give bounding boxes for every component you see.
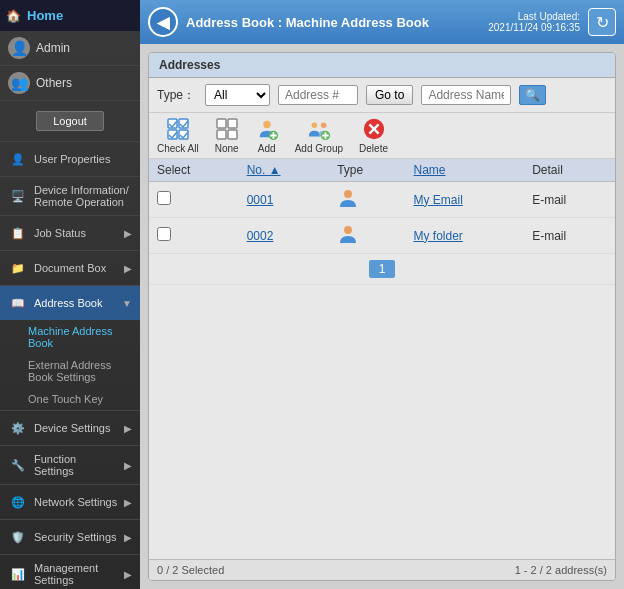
logout-button[interactable]: Logout: [36, 111, 104, 131]
row1-no[interactable]: 0001: [247, 193, 274, 207]
add-label: Add: [258, 143, 276, 154]
col-type: Type: [329, 159, 405, 182]
sidebar-subitem-external-address-book[interactable]: External Address Book Settings: [0, 354, 140, 388]
table-row: 0001 My Email E-mail: [149, 182, 615, 218]
sidebar-item-function-settings[interactable]: 🔧 Function Settings ▶: [0, 446, 140, 484]
check-all-action[interactable]: Check All: [157, 117, 199, 154]
security-settings-arrow: ▶: [124, 532, 132, 543]
last-updated-value: 2021/11/24 09:16:35: [488, 22, 580, 33]
sidebar-item-others[interactable]: 👥 Others: [0, 66, 140, 101]
sidebar-item-device-info[interactable]: 🖥️ Device Information/Remote Operation: [0, 177, 140, 215]
breadcrumb: Address Book : Machine Address Book: [186, 15, 480, 30]
delete-icon: [362, 117, 386, 141]
home-icon: 🏠: [6, 9, 21, 23]
sidebar-item-network-settings[interactable]: 🌐 Network Settings ▶: [0, 485, 140, 519]
row2-no[interactable]: 0002: [247, 229, 274, 243]
addresses-panel: Addresses Type： All E-mail Folder FAX i-…: [148, 52, 616, 581]
sidebar-device-info-label: Device Information/Remote Operation: [34, 184, 129, 208]
refresh-button[interactable]: ↻: [588, 8, 616, 36]
sidebar-device-settings-label: Device Settings: [34, 422, 110, 434]
selected-status: 0 / 2 Selected: [157, 564, 224, 576]
row1-type-icon: [337, 198, 359, 212]
col-detail: Detail: [524, 159, 615, 182]
svg-point-12: [311, 123, 317, 129]
page-1-button[interactable]: 1: [369, 260, 396, 278]
address-book-icon: 📖: [8, 293, 28, 313]
add-person-icon: [255, 117, 279, 141]
pagination-row: 1: [149, 254, 615, 285]
function-settings-arrow: ▶: [124, 460, 132, 471]
svg-point-20: [344, 190, 352, 198]
row2-checkbox[interactable]: [157, 227, 171, 241]
sidebar-item-device-settings[interactable]: ⚙️ Device Settings ▶: [0, 411, 140, 445]
add-action[interactable]: Add: [255, 117, 279, 154]
sidebar-job-status-label: Job Status: [34, 227, 86, 239]
search-button[interactable]: 🔍: [519, 85, 546, 105]
others-icon: 👥: [8, 72, 30, 94]
job-status-arrow: ▶: [124, 228, 132, 239]
row1-checkbox[interactable]: [157, 191, 171, 205]
sidebar-subitem-one-touch-key[interactable]: One Touch Key: [0, 388, 140, 410]
col-name[interactable]: Name: [405, 159, 524, 182]
network-settings-icon: 🌐: [8, 492, 28, 512]
delete-label: Delete: [359, 143, 388, 154]
address-table-container: Select No. ▲ Type Name Detail 0001: [149, 159, 615, 559]
back-button[interactable]: ◀: [148, 7, 178, 37]
sidebar-item-job-status[interactable]: 📋 Job Status ▶: [0, 216, 140, 250]
management-settings-arrow: ▶: [124, 569, 132, 580]
sidebar-item-user-properties[interactable]: 👤 User Properties: [0, 142, 140, 176]
svg-rect-5: [228, 119, 237, 128]
svg-rect-7: [228, 130, 237, 139]
panel-title: Addresses: [149, 53, 615, 78]
row2-detail: E-mail: [524, 218, 615, 254]
main-content: ◀ Address Book : Machine Address Book La…: [140, 0, 624, 589]
address-table: Select No. ▲ Type Name Detail 0001: [149, 159, 615, 254]
none-action[interactable]: None: [215, 117, 239, 154]
add-group-action[interactable]: Add Group: [295, 117, 343, 154]
goto-button[interactable]: Go to: [366, 85, 413, 105]
address-count-status: 1 - 2 / 2 address(s): [515, 564, 607, 576]
svg-point-13: [321, 123, 327, 129]
sidebar-item-admin[interactable]: 👤 Admin: [0, 31, 140, 66]
row2-name[interactable]: My folder: [413, 229, 462, 243]
check-all-label: Check All: [157, 143, 199, 154]
none-label: None: [215, 143, 239, 154]
document-box-icon: 📁: [8, 258, 28, 278]
delete-action[interactable]: Delete: [359, 117, 388, 154]
job-status-icon: 📋: [8, 223, 28, 243]
device-settings-icon: ⚙️: [8, 418, 28, 438]
admin-icon: 👤: [8, 37, 30, 59]
device-settings-arrow: ▶: [124, 423, 132, 434]
sidebar-subitem-machine-address-book[interactable]: Machine Address Book: [0, 320, 140, 354]
management-settings-icon: 📊: [8, 564, 28, 584]
function-settings-icon: 🔧: [8, 455, 28, 475]
address-number-input[interactable]: [278, 85, 358, 105]
none-icon: [215, 117, 239, 141]
row1-name[interactable]: My Email: [413, 193, 462, 207]
sidebar-admin-label: Admin: [36, 41, 70, 55]
type-label: Type：: [157, 87, 195, 104]
sidebar-item-management-settings[interactable]: 📊 Management Settings ▶: [0, 555, 140, 589]
sidebar: 🏠 Home 👤 Admin 👥 Others Logout 👤 User Pr…: [0, 0, 140, 589]
row1-detail: E-mail: [524, 182, 615, 218]
row2-type-icon: [337, 234, 359, 248]
col-no[interactable]: No. ▲: [239, 159, 330, 182]
sidebar-item-security-settings[interactable]: 🛡️ Security Settings ▶: [0, 520, 140, 554]
add-group-icon: [307, 117, 331, 141]
sidebar-item-home[interactable]: 🏠 Home: [0, 0, 140, 31]
document-box-arrow: ▶: [124, 263, 132, 274]
type-select[interactable]: All E-mail Folder FAX i-FAX: [205, 84, 270, 106]
sidebar-management-settings-label: Management Settings: [34, 562, 118, 586]
device-info-icon: 🖥️: [8, 186, 28, 206]
svg-rect-4: [217, 119, 226, 128]
sidebar-item-document-box[interactable]: 📁 Document Box ▶: [0, 251, 140, 285]
sidebar-address-book-label: Address Book: [34, 297, 102, 309]
sidebar-item-address-book[interactable]: 📖 Address Book ▼: [0, 286, 140, 320]
add-group-label: Add Group: [295, 143, 343, 154]
sidebar-home-label: Home: [27, 8, 63, 23]
sidebar-security-settings-label: Security Settings: [34, 531, 117, 543]
address-name-input[interactable]: [421, 85, 511, 105]
sidebar-others-label: Others: [36, 76, 72, 90]
sidebar-function-settings-label: Function Settings: [34, 453, 118, 477]
sidebar-document-box-label: Document Box: [34, 262, 106, 274]
